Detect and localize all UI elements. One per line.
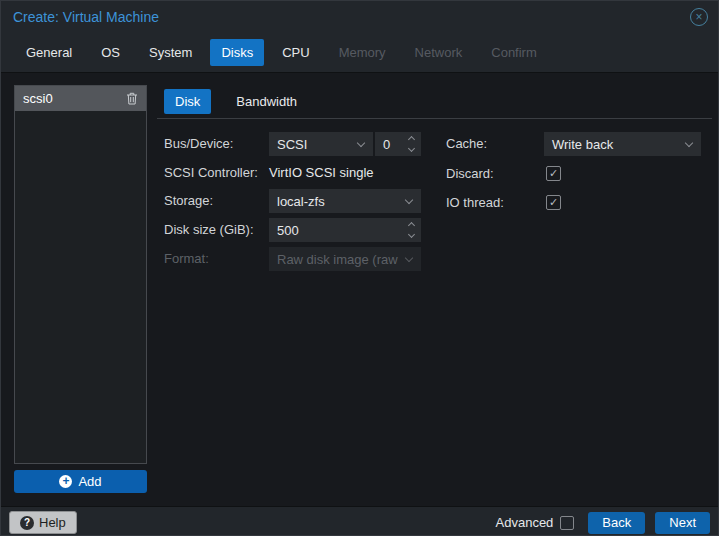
titlebar: Create: Virtual Machine × <box>1 1 718 33</box>
chevron-down-icon <box>405 253 413 261</box>
chevron-down-icon <box>685 138 693 146</box>
tab-confirm: Confirm <box>480 39 548 66</box>
spinner-arrows-icon[interactable] <box>409 223 414 237</box>
io-thread-checkbox[interactable]: ✓ <box>546 195 561 210</box>
discard-checkbox[interactable]: ✓ <box>546 166 561 181</box>
disk-item-label: scsi0 <box>23 91 126 106</box>
list-item-scsi0[interactable]: scsi0 <box>15 86 146 111</box>
bus-combobox[interactable]: SCSI <box>269 132 373 156</box>
tab-general[interactable]: General <box>15 39 83 66</box>
footer-bar: ? Help Advanced Back Next <box>1 506 718 536</box>
tab-cpu[interactable]: CPU <box>271 39 320 66</box>
tab-network: Network <box>404 39 474 66</box>
format-combobox: Raw disk image (raw <box>269 247 421 271</box>
subtab-disk[interactable]: Disk <box>164 89 211 114</box>
advanced-checkbox[interactable] <box>560 516 574 530</box>
tab-memory: Memory <box>328 39 397 66</box>
disk-subtabs: Disk Bandwidth <box>164 89 308 114</box>
cache-value: Write back <box>552 137 686 152</box>
subtab-bandwidth[interactable]: Bandwidth <box>225 89 308 114</box>
back-button[interactable]: Back <box>588 512 645 534</box>
format-value: Raw disk image (raw <box>277 252 406 267</box>
spinner-arrows-icon[interactable] <box>409 137 414 151</box>
bus-device-label: Bus/Device: <box>164 132 233 156</box>
bus-number-value: 0 <box>383 137 409 152</box>
storage-label: Storage: <box>164 189 213 213</box>
storage-value: local-zfs <box>277 194 406 209</box>
trash-icon[interactable] <box>126 92 138 105</box>
add-button-label: Add <box>78 474 101 489</box>
format-label: Format: <box>164 247 209 271</box>
question-circle-icon: ? <box>20 516 34 530</box>
cache-combobox[interactable]: Write back <box>544 132 701 156</box>
advanced-label: Advanced <box>496 515 554 530</box>
disk-size-spinner[interactable]: 500 <box>269 218 421 242</box>
dialog-title: Create: Virtual Machine <box>13 9 159 25</box>
help-button-label: Help <box>39 515 66 530</box>
wizard-tabbar: General OS System Disks CPU Memory Netwo… <box>1 33 718 73</box>
discard-label: Discard: <box>446 162 494 186</box>
next-button[interactable]: Next <box>655 512 710 534</box>
subtab-separator <box>157 118 712 119</box>
plus-circle-icon: + <box>59 475 72 488</box>
chevron-down-icon <box>405 195 413 203</box>
close-icon[interactable]: × <box>690 8 708 26</box>
add-disk-button[interactable]: + Add <box>14 470 147 493</box>
io-thread-label: IO thread: <box>446 191 504 215</box>
chevron-down-icon <box>357 138 365 146</box>
tab-disks[interactable]: Disks <box>210 39 264 66</box>
storage-combobox[interactable]: local-zfs <box>269 189 421 213</box>
cache-label: Cache: <box>446 132 487 156</box>
disk-size-value: 500 <box>277 223 409 238</box>
disk-size-label: Disk size (GiB): <box>164 218 254 242</box>
scsi-controller-value: VirtIO SCSI single <box>269 161 374 185</box>
scsi-controller-label: SCSI Controller: <box>164 161 258 185</box>
bus-value: SCSI <box>277 137 358 152</box>
disk-list: scsi0 <box>14 85 147 464</box>
create-vm-dialog: Create: Virtual Machine × General OS Sys… <box>0 0 719 536</box>
tab-system[interactable]: System <box>138 39 203 66</box>
footer-actions: Advanced Back Next <box>496 511 710 534</box>
help-button[interactable]: ? Help <box>9 511 77 534</box>
bus-number-spinner[interactable]: 0 <box>375 132 421 156</box>
tab-os[interactable]: OS <box>90 39 131 66</box>
